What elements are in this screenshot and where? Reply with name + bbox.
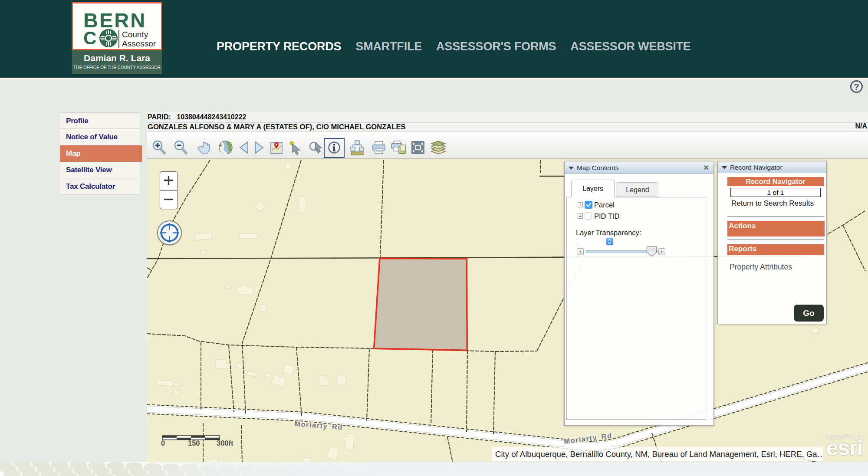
svg-text:300ft: 300ft — [217, 439, 233, 447]
svg-text:0: 0 — [161, 439, 165, 447]
svg-text:150: 150 — [188, 439, 200, 447]
